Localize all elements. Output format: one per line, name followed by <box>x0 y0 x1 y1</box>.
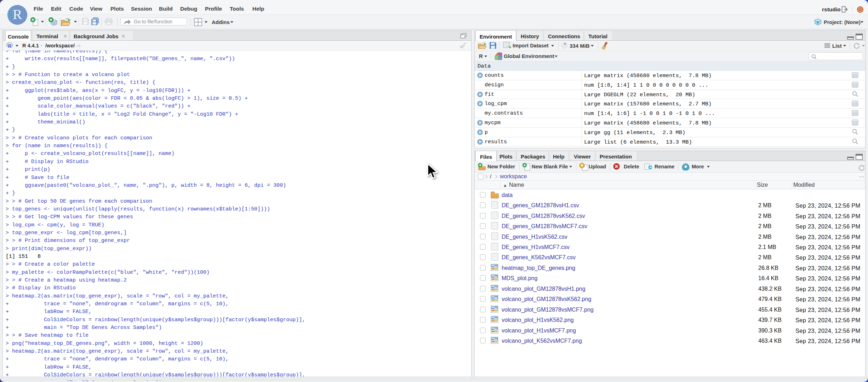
svg-text:R: R <box>8 43 12 49</box>
svg-text:R: R <box>817 21 819 24</box>
